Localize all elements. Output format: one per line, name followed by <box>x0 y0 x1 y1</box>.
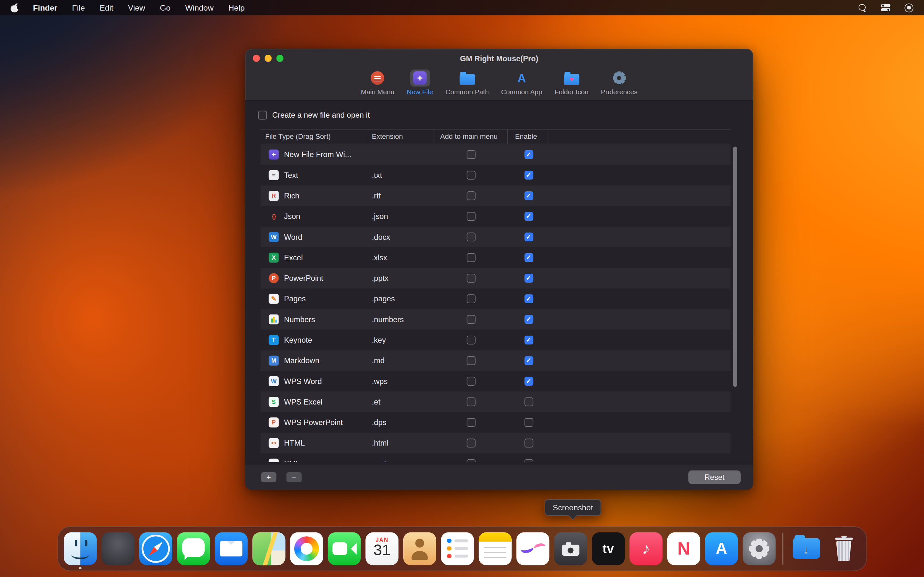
add-to-menu-checkbox[interactable] <box>467 150 476 159</box>
trash-icon <box>827 532 860 565</box>
dock-contacts[interactable] <box>403 532 436 565</box>
control-center-icon[interactable] <box>881 4 890 11</box>
zoom-button[interactable] <box>276 55 283 62</box>
close-button[interactable] <box>253 55 260 62</box>
add-to-menu-checkbox[interactable] <box>467 294 476 303</box>
dock-freeform[interactable] <box>516 532 549 565</box>
dock-maps[interactable] <box>252 532 286 565</box>
add-to-menu-checkbox[interactable] <box>467 418 476 427</box>
dock-photos[interactable] <box>290 532 323 565</box>
table-row[interactable]: {}Json.json <box>260 206 731 227</box>
add-to-menu-checkbox[interactable] <box>467 191 476 200</box>
enable-checkbox[interactable] <box>524 398 533 406</box>
menu-item-go[interactable]: Go <box>160 3 170 12</box>
reset-button[interactable]: Reset <box>688 471 740 484</box>
add-to-menu-checkbox[interactable] <box>467 233 476 242</box>
add-to-menu-checkbox[interactable] <box>467 398 476 406</box>
menu-item-help[interactable]: Help <box>228 3 244 12</box>
enable-checkbox[interactable] <box>524 377 533 386</box>
add-to-menu-checkbox[interactable] <box>467 335 476 345</box>
enable-checkbox[interactable] <box>524 150 533 159</box>
enable-checkbox[interactable] <box>524 253 533 262</box>
menu-item-file[interactable]: File <box>72 3 85 12</box>
table-row[interactable]: <>HTML.html <box>260 433 731 453</box>
menu-item-view[interactable]: View <box>128 3 145 12</box>
dock-facetime[interactable] <box>328 532 361 565</box>
add-to-menu-checkbox[interactable] <box>467 459 476 462</box>
add-to-menu-checkbox[interactable] <box>467 356 476 365</box>
dock-safari[interactable] <box>139 532 172 565</box>
toolbar-tab-new-file[interactable]: New File <box>403 68 437 97</box>
add-button[interactable]: + <box>261 472 276 482</box>
enable-checkbox[interactable] <box>524 315 533 324</box>
table-row[interactable]: WWord.docx <box>260 227 731 247</box>
table-scrollbar[interactable] <box>733 147 737 387</box>
dock-launchpad[interactable] <box>102 532 134 565</box>
dock-notes[interactable] <box>479 532 512 565</box>
dock-mail[interactable] <box>215 532 248 565</box>
table-row[interactable]: Numbers.numbers <box>260 309 731 330</box>
table-row[interactable]: +New File From Wi... <box>260 144 731 165</box>
dock-appstore[interactable]: A <box>705 532 738 565</box>
dock-trash[interactable] <box>827 532 860 565</box>
table-row[interactable]: MMarkdown.md <box>260 350 731 371</box>
toolbar-tab-preferences[interactable]: Preferences <box>597 68 642 97</box>
add-to-menu-checkbox[interactable] <box>467 274 476 283</box>
toolbar-tab-common-app[interactable]: ACommon App <box>497 68 546 97</box>
add-to-menu-checkbox[interactable] <box>467 212 476 221</box>
dock-finder[interactable] <box>64 532 97 565</box>
dock-messages[interactable] <box>177 532 210 565</box>
table-row[interactable]: <>XML.xml <box>260 453 731 462</box>
enable-checkbox[interactable] <box>524 212 533 221</box>
create-open-checkbox[interactable] <box>258 111 267 119</box>
file-extension: .json <box>368 212 435 221</box>
toolbar-tab-common-path[interactable]: Common Path <box>441 68 493 97</box>
dock-reminders[interactable] <box>441 532 474 565</box>
dock-downloads[interactable]: ↓ <box>790 532 822 565</box>
enable-checkbox[interactable] <box>524 233 533 242</box>
status-icon[interactable] <box>905 3 913 12</box>
table-row[interactable]: PWPS PowerPoint.dps <box>260 412 731 433</box>
messages-icon <box>177 532 210 565</box>
menu-item-window[interactable]: Window <box>185 3 213 12</box>
table-row[interactable]: PPowerPoint.pptx <box>260 268 731 288</box>
folder-icon-icon: ♥ <box>564 74 580 85</box>
enable-checkbox[interactable] <box>524 356 533 365</box>
toolbar-tab-main-menu[interactable]: Main Menu <box>357 68 399 97</box>
enable-checkbox[interactable] <box>524 294 533 303</box>
dock-appletv[interactable]: tv <box>592 532 625 565</box>
table-row[interactable]: ≡Text.txt <box>260 165 731 185</box>
table-row[interactable]: RRich.rtf <box>260 185 731 206</box>
toolbar-tab-folder-icon[interactable]: ♥Folder Icon <box>551 68 593 97</box>
dock-screenshot[interactable] <box>554 532 587 565</box>
add-to-menu-checkbox[interactable] <box>467 315 476 324</box>
remove-button[interactable]: − <box>286 472 302 482</box>
enable-checkbox[interactable] <box>524 274 533 283</box>
tab-icon-wrap <box>457 69 477 87</box>
menu-app-name[interactable]: Finder <box>33 3 57 12</box>
add-to-menu-checkbox[interactable] <box>467 171 476 180</box>
enable-checkbox[interactable] <box>524 459 533 462</box>
apple-menu-icon[interactable] <box>11 3 18 12</box>
dock-news[interactable]: N <box>667 532 700 565</box>
add-to-menu-checkbox[interactable] <box>467 253 476 262</box>
search-icon[interactable] <box>858 3 867 12</box>
enable-checkbox[interactable] <box>524 191 533 200</box>
menu-item-edit[interactable]: Edit <box>99 3 113 12</box>
enable-checkbox[interactable] <box>524 418 533 427</box>
dock-music[interactable]: ♪ <box>630 532 662 565</box>
table-row[interactable]: WWPS Word.wps <box>260 371 731 392</box>
dock-calendar[interactable]: JAN31 <box>365 532 399 565</box>
dock-settings[interactable] <box>743 532 776 565</box>
add-to-menu-checkbox[interactable] <box>467 438 476 448</box>
enable-checkbox[interactable] <box>524 335 533 345</box>
table-row[interactable]: SWPS Excel.et <box>260 392 731 412</box>
table-row[interactable]: ⊤Keynote.key <box>260 330 731 350</box>
minimize-button[interactable] <box>265 55 272 62</box>
table-row[interactable]: XExcel.xlsx <box>260 247 731 268</box>
enable-checkbox[interactable] <box>524 171 533 180</box>
add-to-menu-checkbox[interactable] <box>467 377 476 386</box>
table-row[interactable]: ✎Pages.pages <box>260 288 731 309</box>
enable-checkbox[interactable] <box>524 438 533 448</box>
file-name: Word <box>284 233 302 242</box>
